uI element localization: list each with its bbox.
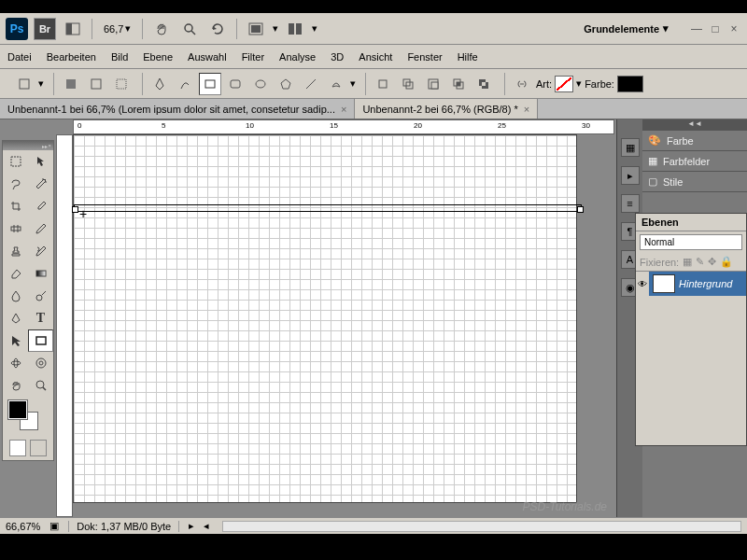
menu-analyse[interactable]: Analyse: [279, 51, 316, 63]
lock-pixels-icon[interactable]: ✎: [696, 256, 704, 268]
path-intersect-icon[interactable]: [447, 73, 470, 95]
menu-bild[interactable]: Bild: [111, 51, 128, 63]
panel-icon[interactable]: ▦: [621, 138, 640, 157]
bridge-icon[interactable]: Br: [34, 18, 56, 40]
panel-farbfelder[interactable]: ▦Farbfelder: [642, 151, 747, 172]
close-icon[interactable]: ×: [726, 22, 741, 35]
path-add-icon[interactable]: [397, 73, 419, 95]
canvas[interactable]: +: [73, 134, 577, 503]
shape-path-outline[interactable]: [74, 204, 582, 212]
menu-datei[interactable]: Datei: [7, 51, 32, 63]
rectangle-shape-icon[interactable]: [199, 73, 221, 95]
menu-hilfe[interactable]: Hilfe: [458, 51, 478, 63]
path-new-icon[interactable]: [372, 73, 394, 95]
horizontal-ruler[interactable]: 0 5 10 15 20 25 30: [73, 119, 614, 134]
menu-filter[interactable]: Filter: [242, 51, 264, 63]
pen-tool-icon[interactable]: [148, 73, 171, 95]
3d-rotate-tool[interactable]: [3, 352, 28, 374]
doc-info[interactable]: Dok: 1,37 MB/0 Byte: [68, 521, 179, 532]
eraser-tool[interactable]: [3, 262, 28, 285]
link-icon[interactable]: [511, 73, 533, 95]
zoom-tool-shortcut[interactable]: [178, 18, 201, 40]
layer-thumbnail[interactable]: [653, 274, 675, 293]
menu-3d[interactable]: 3D: [331, 51, 344, 63]
polygon-shape-icon[interactable]: [275, 73, 297, 95]
layer-item[interactable]: Hintergrund: [649, 272, 746, 296]
zoom-tool[interactable]: [28, 374, 53, 397]
horizontal-scrollbar[interactable]: [222, 521, 741, 532]
pen-tool[interactable]: [3, 307, 28, 329]
paths-mode[interactable]: [85, 73, 107, 95]
close-tab-icon[interactable]: ×: [524, 104, 529, 115]
info-menu-icon[interactable]: ▸: [189, 520, 194, 532]
blur-tool[interactable]: [3, 285, 28, 307]
document-tab-2[interactable]: Unbenannt-2 bei 66,7% (RGB/8) *×: [355, 99, 538, 119]
stamp-tool[interactable]: [3, 240, 28, 262]
layers-tab[interactable]: Ebenen: [636, 214, 746, 231]
crosshair-cursor: +: [79, 206, 87, 221]
color-picker[interactable]: [7, 400, 49, 432]
move-tool[interactable]: [28, 150, 53, 173]
history-brush-tool[interactable]: [28, 240, 53, 262]
crop-tool[interactable]: [3, 195, 28, 217]
menu-bearbeiten[interactable]: Bearbeiten: [47, 51, 96, 63]
arrange-docs-dropdown[interactable]: [284, 18, 306, 40]
close-tab-icon[interactable]: ×: [341, 104, 346, 115]
current-tool-preset[interactable]: [13, 73, 35, 95]
standard-mode-icon[interactable]: [9, 440, 26, 456]
eyedropper-tool[interactable]: [28, 195, 53, 217]
menu-ansicht[interactable]: Ansicht: [359, 51, 392, 63]
hand-tool[interactable]: [3, 374, 28, 397]
dodge-tool[interactable]: [28, 285, 53, 307]
shape-layers-mode[interactable]: [60, 73, 82, 95]
panel-icon[interactable]: ▸: [621, 166, 640, 185]
menu-ebene[interactable]: Ebene: [143, 51, 173, 63]
path-select-tool[interactable]: [3, 329, 28, 352]
menu-fenster[interactable]: Fenster: [407, 51, 442, 63]
lock-transparent-icon[interactable]: ▦: [683, 256, 692, 268]
maximize-icon[interactable]: □: [708, 22, 723, 35]
heal-tool[interactable]: [3, 217, 28, 240]
panel-close-icon[interactable]: ×: [48, 143, 51, 148]
document-tab-1[interactable]: Unbenannt-1 bei 66,7% (Lorem ipsum dolor…: [0, 99, 355, 119]
blend-mode-dropdown[interactable]: [640, 234, 742, 250]
minimize-icon[interactable]: —: [689, 22, 704, 35]
visibility-toggle[interactable]: 👁: [636, 277, 649, 290]
wand-tool[interactable]: [28, 173, 53, 195]
path-exclude-icon[interactable]: [472, 73, 495, 95]
rotate-view-shortcut[interactable]: [206, 18, 229, 40]
screen-mode-dropdown[interactable]: [245, 18, 267, 40]
hand-tool-shortcut[interactable]: [150, 18, 173, 40]
path-subtract-icon[interactable]: [422, 73, 444, 95]
style-swatch[interactable]: [555, 76, 573, 92]
panel-icon[interactable]: ≡: [621, 194, 640, 213]
marquee-tool[interactable]: [3, 150, 28, 173]
photoshop-icon[interactable]: Ps: [6, 18, 28, 40]
panel-farbe[interactable]: 🎨Farbe: [642, 131, 747, 151]
foreground-color[interactable]: [8, 400, 27, 419]
gradient-tool[interactable]: [28, 262, 53, 285]
line-shape-icon[interactable]: [300, 73, 322, 95]
type-tool[interactable]: T: [28, 307, 53, 329]
panel-stile[interactable]: ▢Stile: [642, 172, 747, 192]
fill-pixels-mode[interactable]: [110, 73, 133, 95]
zoom-level-dropdown[interactable]: 66,7 ▾: [100, 21, 134, 36]
shape-tool[interactable]: [28, 329, 53, 352]
lasso-tool[interactable]: [3, 173, 28, 195]
custom-shape-icon[interactable]: [325, 73, 347, 95]
workspace-switcher[interactable]: Grundelemente ▾: [576, 19, 676, 38]
lock-position-icon[interactable]: ✥: [708, 256, 716, 268]
freeform-pen-icon[interactable]: [174, 73, 196, 95]
status-zoom[interactable]: 66,67%: [6, 521, 40, 532]
vertical-ruler[interactable]: [56, 134, 73, 517]
lock-all-icon[interactable]: 🔒: [720, 256, 733, 268]
layout-dropdown[interactable]: [62, 18, 84, 40]
quickmask-mode-icon[interactable]: [30, 440, 47, 456]
status-icon[interactable]: ▣: [49, 520, 59, 532]
brush-tool[interactable]: [28, 217, 53, 240]
menu-auswahl[interactable]: Auswahl: [188, 51, 227, 63]
ellipse-shape-icon[interactable]: [249, 73, 272, 95]
3d-camera-tool[interactable]: [28, 352, 53, 374]
rounded-rect-shape-icon[interactable]: [224, 73, 247, 95]
color-swatch[interactable]: [617, 76, 643, 92]
